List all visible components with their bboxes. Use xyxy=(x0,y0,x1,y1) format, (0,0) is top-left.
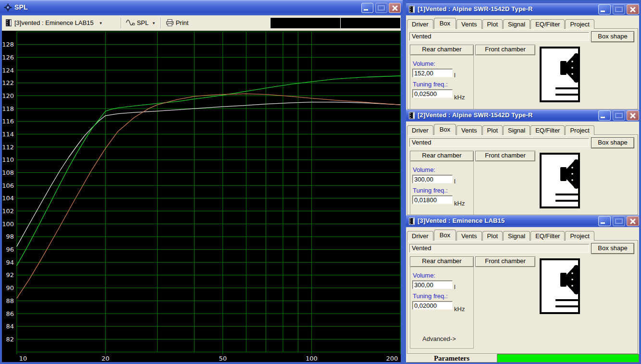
rear-chamber-button[interactable]: Rear chamber xyxy=(410,45,474,55)
y-tick-label: 110 xyxy=(2,156,14,163)
tab-box[interactable]: Box xyxy=(434,230,456,241)
close-button[interactable] xyxy=(389,3,401,13)
y-tick-label: 114 xyxy=(2,131,14,138)
maximize-button[interactable] xyxy=(613,216,625,226)
x-tick-label: 200 xyxy=(386,355,398,362)
project-window-icon xyxy=(6,15,12,31)
spl-titlebar: SPL xyxy=(0,0,403,15)
close-button[interactable] xyxy=(627,110,639,121)
printer-icon xyxy=(166,19,176,26)
white-curve xyxy=(17,102,400,246)
volume-input[interactable] xyxy=(412,69,453,77)
volume-input[interactable] xyxy=(412,280,453,289)
tab-project[interactable]: Project xyxy=(565,231,594,241)
maximize-button[interactable] xyxy=(613,4,625,14)
crosshair-icon xyxy=(4,3,12,13)
y-tick-label: 86 xyxy=(6,310,14,317)
spl-plot-area[interactable]: 8284868890929496981001021041061081101121… xyxy=(2,31,401,362)
parameters-button[interactable]: Parameters xyxy=(406,354,497,363)
window-title: [1]Vented : Alpine SWR-1542D Type-R xyxy=(418,5,533,12)
tab-vents[interactable]: Vents xyxy=(456,19,482,29)
minimize-button[interactable] xyxy=(598,110,611,121)
close-button[interactable] xyxy=(627,4,639,14)
box-type-field[interactable]: Vented xyxy=(409,32,589,41)
volume-label: Volume: xyxy=(413,166,435,173)
tuning-freq-label: Tuning freq.: xyxy=(413,292,448,300)
chevron-down-icon[interactable]: ▼ xyxy=(152,21,156,25)
minimize-button[interactable] xyxy=(598,216,611,226)
spl-window-title: SPL xyxy=(14,3,28,11)
y-tick-label: 90 xyxy=(6,284,14,291)
tab-box[interactable]: Box xyxy=(434,18,456,29)
tab-driver[interactable]: Driver xyxy=(407,125,433,135)
tab-signal[interactable]: Signal xyxy=(503,19,530,29)
tuning-freq-input[interactable] xyxy=(412,301,453,310)
advanced-link[interactable]: Advanced-> xyxy=(422,335,456,342)
tab-driver[interactable]: Driver xyxy=(407,19,433,29)
tuning-freq-input[interactable] xyxy=(412,195,453,204)
box-type-field[interactable]: Vented xyxy=(409,138,589,147)
tab-box[interactable]: Box xyxy=(434,124,456,135)
spl-plot-svg[interactable]: 8284868890929496981001021041061081101121… xyxy=(2,31,401,362)
toolbar-separator xyxy=(121,18,122,28)
y-tick-label: 94 xyxy=(6,259,14,266)
box-type-field[interactable]: Vented xyxy=(409,244,589,253)
rear-chamber-button[interactable]: Rear chamber xyxy=(410,256,474,267)
y-tick-label: 112 xyxy=(2,144,14,151)
readout-panels xyxy=(270,17,401,29)
maximize-button[interactable] xyxy=(613,110,625,121)
maximize-button[interactable] xyxy=(375,3,387,13)
readout-panel-right xyxy=(341,18,400,28)
rear-chamber-button[interactable]: Rear chamber xyxy=(410,151,474,161)
toolbar-separator xyxy=(160,18,161,28)
plot-type-selector[interactable]: SPL ▼ xyxy=(126,15,156,31)
minimize-button[interactable] xyxy=(361,3,373,13)
tab-signal[interactable]: Signal xyxy=(503,125,530,135)
spl-toolbar: [3]vented : Eminence LAB15 ▼ SPL ▼ xyxy=(2,15,401,31)
tab-driver[interactable]: Driver xyxy=(407,231,433,241)
tab-project[interactable]: Project xyxy=(565,19,594,29)
window-title: [3]Vented : Eminence LAB15 xyxy=(418,217,505,224)
tab-eq-filter[interactable]: EQ/Filter xyxy=(530,19,565,29)
right-column: [1]Vented : Alpine SWR-1542D Type-RDrive… xyxy=(403,0,641,364)
y-tick-label: 82 xyxy=(6,336,14,343)
tab-plot[interactable]: Plot xyxy=(482,19,503,29)
window-titlebar: [2]Vented : Alpine SWR-1542D Type-R xyxy=(406,109,639,121)
chevron-down-icon[interactable]: ▼ xyxy=(99,21,103,25)
print-button[interactable]: Print xyxy=(166,15,188,31)
y-tick-label: 108 xyxy=(2,169,14,176)
box-shape-button[interactable]: Box shape xyxy=(591,137,634,148)
box-shape-button[interactable]: Box shape xyxy=(591,243,634,254)
y-tick-label: 88 xyxy=(6,297,14,304)
y-tick-label: 122 xyxy=(2,79,14,86)
y-tick-label: 118 xyxy=(2,105,14,112)
tuning-freq-label: Tuning freq.: xyxy=(413,187,448,194)
project-selector[interactable]: [3]vented : Eminence LAB15 ▼ xyxy=(14,15,103,31)
y-tick-label: 92 xyxy=(6,271,14,279)
box-shape-button[interactable]: Box shape xyxy=(591,31,634,42)
front-chamber-button[interactable]: Front chamber xyxy=(475,151,535,161)
box-shape-preview xyxy=(539,46,580,104)
tab-eq-filter[interactable]: EQ/Filter xyxy=(530,125,565,135)
tab-bar: DriverBoxVentsPlotSignalEQ/FilterProject xyxy=(407,18,638,28)
tab-eq-filter[interactable]: EQ/Filter xyxy=(530,231,565,241)
x-tick-label: 50 xyxy=(219,355,227,362)
vented-window-3: [3]Vented : Eminence LAB15DriverBoxVents… xyxy=(406,215,639,354)
box-shape-preview xyxy=(539,258,580,316)
tab-project[interactable]: Project xyxy=(565,125,594,135)
tab-vents[interactable]: Vents xyxy=(456,125,482,135)
tuning-freq-input[interactable] xyxy=(412,89,453,98)
tab-signal[interactable]: Signal xyxy=(503,231,530,241)
close-button[interactable] xyxy=(627,216,639,226)
tab-plot[interactable]: Plot xyxy=(482,231,503,241)
minimize-button[interactable] xyxy=(598,4,611,14)
volume-input[interactable] xyxy=(412,175,453,183)
volume-label: Volume: xyxy=(413,272,435,279)
tab-vents[interactable]: Vents xyxy=(456,231,482,241)
tab-plot[interactable]: Plot xyxy=(482,125,503,135)
volume-unit: l xyxy=(454,178,456,185)
front-chamber-button[interactable]: Front chamber xyxy=(475,256,535,267)
plot-frame xyxy=(17,32,400,352)
orange-curve xyxy=(17,94,400,298)
front-chamber-button[interactable]: Front chamber xyxy=(475,45,535,55)
